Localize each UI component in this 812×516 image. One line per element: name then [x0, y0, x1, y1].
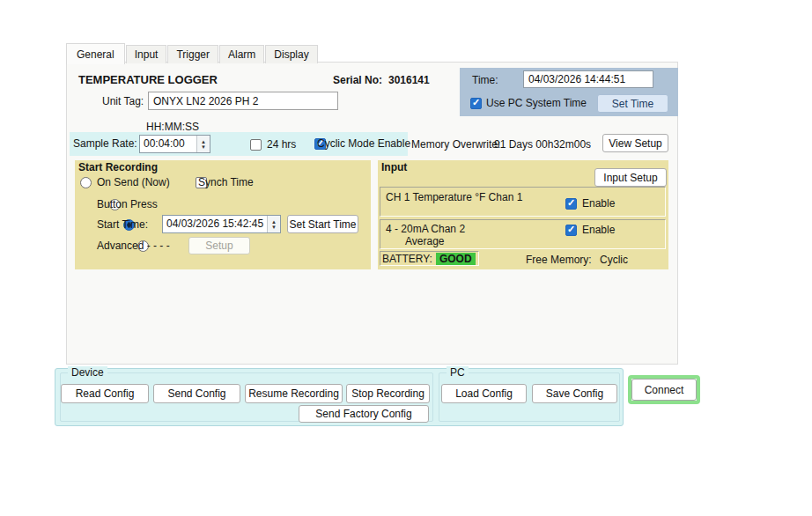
start-recording-group: Start Recording On Send (Now) Synch Time… [75, 160, 371, 269]
battery-label: BATTERY: [382, 253, 432, 265]
tab-general[interactable]: General [66, 43, 125, 64]
radio-on-send-now-label: On Send (Now) [97, 176, 170, 188]
tab-display[interactable]: Display [265, 45, 317, 63]
start-time-value: 04/03/2026 15:42:45 [163, 216, 267, 232]
tab-page-general: TEMPERATURE LOGGER Serial No: 3016141 Ti… [66, 62, 678, 365]
free-memory-label: Free Memory: [526, 254, 592, 266]
input-group: Input Input Setup CH 1 Temperature °F Ch… [378, 160, 668, 269]
battery-status-badge: GOOD [436, 253, 476, 265]
tab-strip: General Input Trigger Alarm Display [66, 43, 319, 63]
tab-input[interactable]: Input [126, 45, 167, 63]
spin-down-icon[interactable]: ▼ [201, 144, 206, 150]
synch-time-label: Synch Time [198, 176, 254, 188]
channel-1-box: CH 1 Temperature °F Chan 1 Enable [380, 187, 666, 217]
save-config-button[interactable]: Save Config [532, 384, 617, 403]
page-title: TEMPERATURE LOGGER [78, 73, 218, 86]
actions-panel: Device Read Config Send Config Resume Re… [55, 368, 624, 426]
memory-overwrite-label: Memory Overwrite: [411, 138, 500, 151]
serial-no-label: Serial No: [333, 74, 382, 86]
time-label: Time: [472, 74, 498, 86]
start-time-picker[interactable]: 04/03/2026 15:42:45 ▲▼ [162, 215, 281, 233]
radio-on-send-now[interactable] [80, 177, 92, 188]
send-config-button[interactable]: Send Config [153, 384, 240, 403]
unit-tag-field[interactable] [148, 92, 338, 110]
unit-tag-label: Unit Tag: [102, 95, 144, 107]
sample-rate-spin-arrows[interactable]: ▲▼ [196, 136, 210, 152]
channel-2-enable-checkbox[interactable] [565, 225, 577, 236]
sample-rate-row: Sample Rate: 00:04:00 ▲▼ 24 hrs Cyclic M… [70, 132, 408, 156]
channel-2-name: 4 - 20mA Chan 2 [386, 223, 465, 235]
channel-2-enable-label: Enable [582, 224, 615, 236]
set-time-button[interactable]: Set Time [597, 94, 668, 113]
cyclic-mode-label: Cyclic Mode Enable [317, 137, 410, 150]
channel-1-enable-label: Enable [582, 197, 615, 210]
connect-button[interactable]: Connect [631, 379, 697, 401]
channel-1-name: CH 1 Temperature °F Chan 1 [386, 191, 522, 203]
serial-no-value: 3016141 [388, 74, 430, 86]
channel-2-box: 4 - 20mA Chan 2 Average Enable [380, 219, 666, 249]
input-setup-button[interactable]: Input Setup [594, 168, 667, 187]
channel-1-enable-checkbox[interactable] [565, 198, 577, 210]
advanced-setup-button[interactable]: Setup [188, 237, 250, 254]
radio-start-time-label: Start Time: [97, 218, 148, 231]
use-pc-system-time-checkbox[interactable] [470, 98, 482, 109]
view-setup-button[interactable]: View Setup [602, 134, 668, 152]
use-pc-system-time-label: Use PC System Time [486, 97, 587, 109]
resume-recording-button[interactable]: Resume Recording [245, 384, 343, 403]
time-field[interactable] [523, 70, 653, 88]
stop-recording-button[interactable]: Stop Recording [346, 384, 430, 403]
free-memory-value: Cyclic [600, 254, 628, 266]
pc-group-title: PC [447, 366, 469, 379]
hrs24-checkbox[interactable] [250, 139, 262, 151]
tab-trigger[interactable]: Trigger [167, 45, 218, 63]
device-group-title: Device [68, 366, 107, 379]
sample-rate-label: Sample Rate: [73, 137, 137, 150]
hrs24-label: 24 hrs [267, 138, 296, 151]
connect-button-highlight: Connect [628, 375, 700, 404]
sample-rate-value: 00:04:00 [140, 136, 196, 152]
sample-rate-format-hint: HH:MM:SS [146, 121, 199, 133]
spin-down-icon[interactable]: ▼ [271, 225, 277, 230]
start-recording-title: Start Recording [78, 161, 158, 173]
set-start-time-button[interactable]: Set Start Time [287, 215, 358, 233]
tab-alarm[interactable]: Alarm [219, 45, 264, 63]
time-panel: Time: Use PC System Time Set Time [460, 68, 678, 116]
start-time-spin-arrows[interactable]: ▲▼ [267, 216, 280, 232]
load-config-button[interactable]: Load Config [441, 384, 527, 403]
radio-advanced-label: Advanced - - - - [97, 240, 170, 252]
sample-rate-stepper[interactable]: 00:04:00 ▲▼ [139, 135, 210, 153]
channel-2-detail: Average [405, 235, 444, 247]
input-group-title: Input [381, 161, 407, 173]
radio-button-press-label: Button Press [97, 198, 158, 210]
battery-box: BATTERY: GOOD [380, 251, 479, 266]
temperature-logger-app: General Input Trigger Alarm Display TEMP… [0, 0, 812, 516]
send-factory-config-button[interactable]: Send Factory Config [299, 405, 429, 423]
read-config-button[interactable]: Read Config [61, 384, 149, 403]
memory-overwrite-value: 91 Days 00h32m00s [494, 138, 591, 151]
